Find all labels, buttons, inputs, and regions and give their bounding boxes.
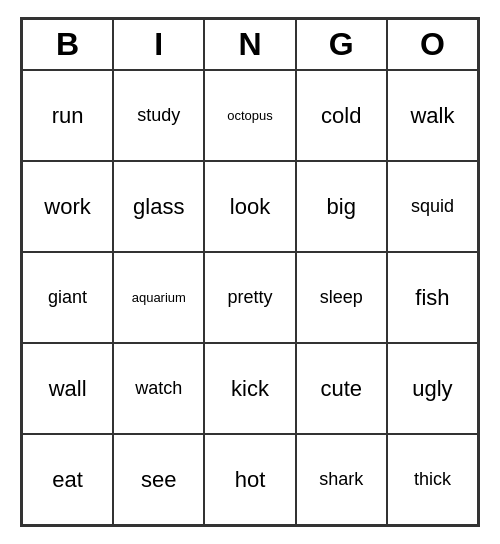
bingo-cell-r4-c2: hot: [204, 434, 295, 525]
bingo-cell-r0-c3: cold: [296, 70, 387, 161]
bingo-cell-r1-c1: glass: [113, 161, 204, 252]
bingo-cell-r3-c4: ugly: [387, 343, 478, 434]
bingo-cell-r3-c1: watch: [113, 343, 204, 434]
bingo-cell-r4-c0: eat: [22, 434, 113, 525]
bingo-header-cell: N: [204, 19, 295, 70]
bingo-cell-r2-c3: sleep: [296, 252, 387, 343]
bingo-header-cell: I: [113, 19, 204, 70]
bingo-header-cell: G: [296, 19, 387, 70]
bingo-cell-r2-c0: giant: [22, 252, 113, 343]
bingo-cell-r4-c4: thick: [387, 434, 478, 525]
bingo-cell-r2-c4: fish: [387, 252, 478, 343]
bingo-cell-r1-c2: look: [204, 161, 295, 252]
bingo-header-cell: O: [387, 19, 478, 70]
bingo-cell-r3-c2: kick: [204, 343, 295, 434]
bingo-cell-r2-c2: pretty: [204, 252, 295, 343]
bingo-cell-r2-c1: aquarium: [113, 252, 204, 343]
bingo-cell-r1-c3: big: [296, 161, 387, 252]
bingo-cell-r1-c0: work: [22, 161, 113, 252]
bingo-cell-r0-c4: walk: [387, 70, 478, 161]
bingo-cell-r1-c4: squid: [387, 161, 478, 252]
bingo-card: BINGOrunstudyoctopuscoldwalkworkglassloo…: [20, 17, 480, 527]
bingo-cell-r3-c0: wall: [22, 343, 113, 434]
bingo-cell-r4-c1: see: [113, 434, 204, 525]
bingo-cell-r3-c3: cute: [296, 343, 387, 434]
bingo-cell-r0-c0: run: [22, 70, 113, 161]
bingo-cell-r0-c1: study: [113, 70, 204, 161]
bingo-cell-r4-c3: shark: [296, 434, 387, 525]
bingo-header-cell: B: [22, 19, 113, 70]
bingo-cell-r0-c2: octopus: [204, 70, 295, 161]
